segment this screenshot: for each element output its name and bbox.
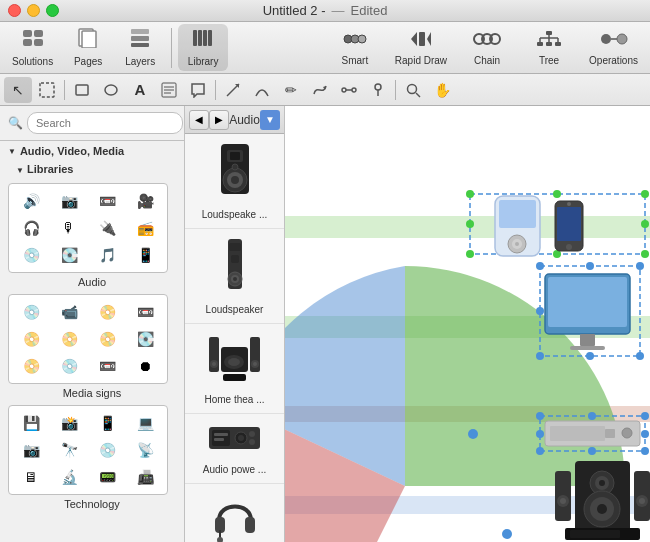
blue-handle [588,447,596,455]
lib-forward-button[interactable]: ▶ [209,110,229,130]
audio-power-label: Audio powe ... [203,464,266,475]
blue-handle [641,412,649,420]
toolbar-separator-1 [171,28,172,68]
svg-marker-18 [427,32,431,46]
search-icon: 🔍 [8,116,23,130]
svg-rect-82 [214,433,228,436]
svg-point-51 [408,84,417,93]
blue-handle [536,412,544,420]
green-handle [466,190,474,198]
lib-item-audio-power[interactable]: Audio powe ... [185,414,284,484]
ellipse-tool[interactable] [97,77,125,103]
lib-item-home-theater[interactable]: Home thea ... [185,324,284,414]
grid-icon: 🎥 [127,188,163,213]
svg-marker-16 [411,32,417,46]
solutions-label: Solutions [12,56,53,67]
lib-back-button[interactable]: ◀ [189,110,209,130]
toolbar-smart[interactable]: Smart [325,26,385,70]
toolbar-layers[interactable]: Layers [115,24,165,71]
canvas-area[interactable] [285,106,650,542]
lib-item-loudspeaker1[interactable]: Loudspeake ... [185,134,284,229]
toolbar-operations[interactable]: Operations [581,26,646,70]
library-panel: ◀ ▶ Audio ▼ Loudspe [185,106,285,542]
toolbar-tree[interactable]: Tree [519,26,579,70]
grid-icon: 📟 [89,465,125,490]
zoom-button[interactable] [46,4,59,17]
pan-tool[interactable]: ✋ [428,77,456,103]
headset-icon [213,492,257,542]
svg-rect-8 [131,43,149,47]
blue-handle [536,262,544,270]
collapse-icon: ▼ [8,147,16,156]
svg-point-33 [601,34,611,44]
pencil-tool[interactable]: ✏ [277,77,305,103]
svg-point-68 [212,362,216,366]
select-tool[interactable]: ↖ [4,77,32,103]
svg-rect-1 [34,30,43,37]
grid-icon: 📼 [89,188,125,213]
rapid-draw-icon [407,30,435,53]
multiline-tool[interactable] [155,77,183,103]
chain-icon [473,30,501,53]
svg-point-38 [105,85,117,95]
close-button[interactable] [8,4,21,17]
minimize-button[interactable] [27,4,40,17]
grid-icon: 📷 [13,437,49,462]
lib-dropdown-button[interactable]: ▼ [260,110,280,130]
connector-tool[interactable] [335,77,363,103]
svg-point-95 [567,202,571,206]
window-title: Untitled 2 - — Edited [263,3,388,18]
loudspeaker1-icon [213,142,257,205]
grid-icon: 📼 [89,354,125,379]
solutions-icon [21,28,45,54]
search-input[interactable] [27,112,183,134]
section-label: Audio, Video, Media [20,145,124,157]
grid-icon: 📸 [51,410,87,435]
text-tool[interactable]: A [126,77,154,103]
svg-rect-3 [34,39,43,46]
library-item-technology[interactable]: 💾 📸 📱 💻 📷 🔭 💿 📡 🖥 🔬 📟 📠 Technology [8,405,176,510]
blue-handle [536,307,544,315]
toolbar-solutions[interactable]: Solutions [4,24,61,71]
library-item-audio[interactable]: 🔊 📷 📼 🎥 🎧 🎙 🔌 📻 💿 💽 🎵 📱 Audio [8,183,176,288]
svg-rect-0 [23,30,32,37]
grid-icon: 🖥 [13,465,49,490]
rectangle-tool[interactable] [68,77,96,103]
line-tool[interactable] [219,77,247,103]
pin-tool[interactable] [364,77,392,103]
svg-point-114 [560,498,566,504]
toolbar-library[interactable]: Library [178,24,228,71]
home-theater-icon [207,332,262,390]
grid-icon: 💽 [51,243,87,268]
toolbar-pages[interactable]: Pages [63,24,113,71]
blue-handle [641,447,649,455]
window-controls[interactable] [8,4,59,17]
svg-rect-85 [245,517,255,533]
svg-point-103 [622,428,632,438]
sidebar-section-avmedia[interactable]: ▼ Audio, Video, Media [0,141,184,161]
lib-item-loudspeaker2[interactable]: Loudspeaker [185,229,284,324]
blue-handle [636,352,644,360]
grid-icon: 💿 [89,437,125,462]
blue-handle [641,430,649,438]
svg-rect-100 [570,346,605,350]
curve-tool[interactable] [306,77,334,103]
lib-item-headset[interactable]: Headset [185,484,284,542]
library-item-media-signs[interactable]: 💿 📹 📀 📼 📀 📀 📀 💽 📀 💿 📼 ⏺ Media signs [8,294,176,399]
grid-icon: 💽 [127,326,163,351]
grid-icon: 📀 [89,299,125,324]
comment-tool[interactable] [184,77,212,103]
arc-tool[interactable] [248,77,276,103]
svg-point-79 [238,435,244,441]
grid-icon: 💿 [13,243,49,268]
grid-icon: 🔊 [13,188,49,213]
rapid-draw-label: Rapid Draw [395,55,447,66]
svg-point-87 [217,537,223,542]
svg-rect-102 [550,426,605,441]
zoom-tool[interactable] [399,77,427,103]
blue-handle [536,447,544,455]
main-toolbar: Solutions Pages Layers [0,22,650,74]
toolbar-rapid-draw[interactable]: Rapid Draw [387,26,455,70]
toolbar-chain[interactable]: Chain [457,26,517,70]
select-area-tool[interactable] [33,77,61,103]
